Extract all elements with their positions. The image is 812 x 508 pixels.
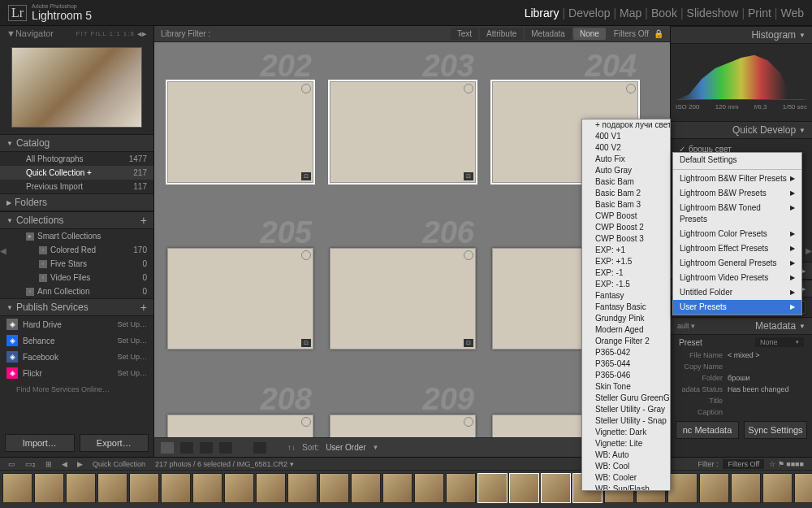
chevron-icon[interactable]: ◂▸ xyxy=(137,28,147,39)
filmstrip-thumb[interactable] xyxy=(446,473,476,503)
filmstrip-thumb[interactable] xyxy=(382,473,412,503)
survey-view-icon[interactable] xyxy=(219,442,232,454)
sort-direction-icon[interactable]: ↑↓ xyxy=(287,443,296,452)
metadata-row[interactable]: Caption xyxy=(671,406,812,418)
preset-item[interactable]: Fantasy xyxy=(582,290,670,302)
preset-item[interactable]: WB: Cooler xyxy=(582,472,670,484)
publish-service[interactable]: ◈Hard DriveSet Up… xyxy=(0,316,153,332)
metadata-row[interactable]: Folderброши xyxy=(671,372,812,384)
preset-item[interactable]: Auto Fix xyxy=(582,154,670,165)
collection-row[interactable]: ▫Five Stars0 xyxy=(0,257,153,271)
preset-item[interactable]: Fantasy Basic xyxy=(582,302,670,313)
filmstrip-thumb[interactable] xyxy=(2,473,32,503)
preset-folder[interactable]: User Presets▶ xyxy=(673,300,801,315)
histogram-header[interactable]: Histogram▼ xyxy=(671,26,812,44)
folders-header[interactable]: ▶Folders xyxy=(0,193,153,211)
preset-item[interactable]: Orange Filter 2 xyxy=(582,336,670,347)
catalog-row[interactable]: Previous Import117 xyxy=(0,180,153,193)
preset-item[interactable]: Skin Tone xyxy=(582,381,670,393)
module-map[interactable]: Map xyxy=(620,7,641,20)
preset-dropdown[interactable]: None▾ xyxy=(755,337,804,347)
filmstrip-thumb[interactable] xyxy=(192,473,222,503)
back-icon[interactable]: ◀ xyxy=(62,460,67,468)
publish-service[interactable]: ◈FacebookSet Up… xyxy=(0,349,153,365)
grid-cell[interactable]: 202⊡ xyxy=(159,47,322,214)
metadata-row[interactable]: adata StatusHas been changed xyxy=(671,384,812,395)
import-button[interactable]: Import… xyxy=(5,434,75,452)
preset-item[interactable]: P365-046 xyxy=(582,370,670,381)
preset-item[interactable]: Basic Bam 2 xyxy=(582,188,670,199)
filmstrip-thumb[interactable] xyxy=(794,473,812,503)
preset-item[interactable]: EXP: +1 xyxy=(582,245,670,256)
module-library[interactable]: Library xyxy=(525,7,559,20)
preset-folder[interactable]: Lightroom B&W Presets▶ xyxy=(673,186,801,201)
preset-item[interactable]: Grundgy Pink xyxy=(582,313,670,324)
preset-item[interactable]: Steller Utility - Snap xyxy=(582,415,670,427)
preset-folder[interactable]: Lightroom Color Presets▶ xyxy=(673,227,801,241)
grid-cell[interactable]: 203⊡ xyxy=(322,47,484,214)
preset-item[interactable]: Modern Aged xyxy=(582,324,670,336)
preset-item[interactable]: WB: Cool xyxy=(582,461,670,472)
filmstrip-thumb[interactable] xyxy=(287,473,317,503)
filmstrip-thumb[interactable] xyxy=(66,473,96,503)
preset-item[interactable]: EXP: -1.5 xyxy=(582,279,670,290)
preset-folder[interactable]: Lightroom General Presets▶ xyxy=(673,256,801,271)
catalog-row[interactable]: All Photographs1477 xyxy=(0,152,153,166)
grid-cell[interactable]: 206⊡ xyxy=(322,214,484,380)
preset-item[interactable]: CWP Boost 3 xyxy=(582,233,670,245)
metadata-row[interactable]: File Name< mixed > xyxy=(671,350,812,361)
filter-tab-text[interactable]: Text xyxy=(451,28,478,40)
compare-view-icon[interactable] xyxy=(200,442,213,454)
filmstrip-thumb[interactable] xyxy=(762,473,793,503)
export-button[interactable]: Export… xyxy=(80,434,149,452)
grid-cell[interactable]: 209⊡ xyxy=(322,380,484,437)
screen-icon[interactable]: ▭ xyxy=(8,460,15,468)
module-slideshow[interactable]: Slideshow xyxy=(687,7,739,20)
preset-item[interactable]: EXP: -1 xyxy=(582,267,670,279)
collection-row[interactable]: ▫Ann Collection0 xyxy=(0,284,153,298)
filter-tab-attribute[interactable]: Attribute xyxy=(480,28,523,40)
filmstrip-thumb[interactable] xyxy=(34,473,64,503)
filmstrip-thumb[interactable] xyxy=(224,473,254,503)
filmstrip-thumb[interactable] xyxy=(319,473,349,503)
publish-header[interactable]: ▼Publish Services+ xyxy=(0,298,153,316)
filmstrip-thumb[interactable] xyxy=(414,473,444,503)
preset-item[interactable]: WB: Auto xyxy=(582,449,670,461)
metadata-row[interactable]: Title xyxy=(671,395,812,406)
metadata-header[interactable]: ault ▾Metadata▼ xyxy=(671,317,812,335)
preset-item[interactable]: Steller Guru GreenGold xyxy=(582,393,670,404)
preset-item[interactable]: Vignette: Lite xyxy=(582,438,670,449)
chevron-down-icon[interactable]: ▼ xyxy=(373,444,379,451)
preset-item[interactable]: Vignette: Dark xyxy=(582,427,670,438)
preset-item[interactable]: Basic Bam 3 xyxy=(582,199,670,211)
preset-item[interactable]: Basic Bam xyxy=(582,176,670,188)
filter-tab-none[interactable]: None xyxy=(573,28,606,40)
preset-folder[interactable]: Untitled Folder▶ xyxy=(673,285,801,300)
sort-value[interactable]: User Order xyxy=(326,443,365,452)
publish-service[interactable]: ◈BehanceSet Up… xyxy=(0,332,153,349)
preset-folder[interactable]: Lightroom B&W Toned Presets▶ xyxy=(673,201,801,227)
grid-cell[interactable]: 205⊡ xyxy=(159,214,322,380)
preset-item[interactable]: EXP: +1.5 xyxy=(582,256,670,267)
preset-item[interactable]: CWP Boost xyxy=(582,211,670,222)
preset-item[interactable]: P365-044 xyxy=(582,358,670,370)
filmstrip-source[interactable]: Quick Collection xyxy=(93,460,145,468)
panel-collapse-right[interactable]: ▶ xyxy=(806,244,812,257)
filmstrip-thumb[interactable] xyxy=(477,473,508,503)
module-print[interactable]: Print xyxy=(748,7,771,20)
filmstrip-filter-value[interactable]: Filters Off xyxy=(723,459,764,469)
second-screen-icon[interactable]: ▭₂ xyxy=(25,460,36,468)
preset-folder[interactable]: Lightroom Video Presets▶ xyxy=(673,271,801,285)
filmstrip-thumb[interactable] xyxy=(541,473,571,503)
module-web[interactable]: Web xyxy=(780,7,804,20)
filmstrip-thumb[interactable] xyxy=(256,473,286,503)
filmstrip-thumb[interactable] xyxy=(699,473,729,503)
filmstrip-thumb[interactable] xyxy=(351,473,381,503)
metadata-row[interactable]: Copy Name xyxy=(671,361,812,372)
collection-row[interactable]: ▫Video Files0 xyxy=(0,271,153,284)
module-book[interactable]: Book xyxy=(651,7,677,20)
grid-view-icon[interactable] xyxy=(161,442,174,454)
filmstrip-thumb[interactable] xyxy=(161,473,191,503)
collection-row[interactable]: ▫Colored Red170 xyxy=(0,243,153,257)
filmstrip-thumb[interactable] xyxy=(97,473,127,503)
